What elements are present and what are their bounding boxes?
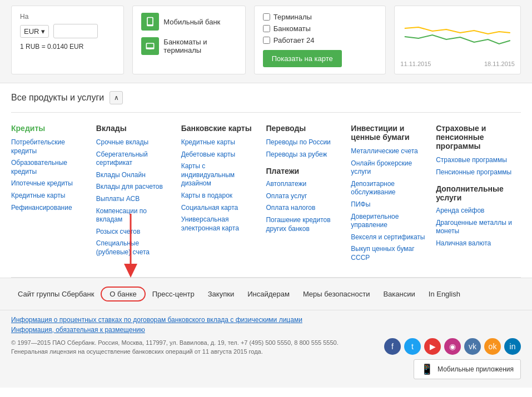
link-compensation[interactable]: Компенсации по вкладам [96, 207, 173, 224]
link-precious-metals[interactable]: Драгоценные металлы и монеты [436, 219, 513, 236]
link-pay-taxes[interactable]: Оплата налогов [266, 204, 342, 213]
footer-nav-insiders[interactable]: Инсайдерам [241, 290, 296, 298]
footer-link-mandatory[interactable]: Информация, обязательная к размещению [11, 326, 521, 334]
col-cards-title: Банковские карты [181, 124, 258, 133]
h24-label: Работает 24 [274, 36, 315, 44]
chart-date-end: 18.11.2015 [484, 61, 515, 67]
collapse-button[interactable]: ∧ [110, 91, 123, 104]
link-broker[interactable]: Онлайн брокерские услуги [351, 159, 427, 177]
link-term-deposits[interactable]: Срочные вклады [96, 138, 173, 147]
link-safes[interactable]: Аренда сейфов [436, 207, 513, 215]
link-savings-cert[interactable]: Сберегательный сертификат [96, 150, 173, 168]
chevron-down-icon: ▾ [41, 27, 45, 36]
link-ussr-securities[interactable]: Выкуп ценных бумаг СССР [351, 245, 427, 262]
link-credit-cards[interactable]: Кредитные карты [181, 138, 258, 147]
svg-rect-1 [148, 18, 152, 24]
link-transfers-abroad[interactable]: Переводы за рубеж [266, 150, 342, 159]
link-pif[interactable]: ПИФы [351, 200, 427, 209]
col-credits-title: Кредиты [11, 124, 88, 133]
col-insurance: Страховые и пенсионные программы Страхов… [436, 124, 521, 266]
link-account-search[interactable]: Розыск счетов [96, 228, 173, 237]
col-deposits-title: Вклады [96, 124, 173, 133]
link-asv-payments[interactable]: Выплаты АСВ [96, 195, 173, 204]
footer-nav-sberbank-group[interactable]: Сайт группы Сбербанк [11, 290, 101, 298]
link-mortgage[interactable]: Ипотечные кредиты [11, 179, 88, 188]
footer-nav-vacancies[interactable]: Вакансии [376, 290, 421, 298]
chart-card: 11.11.2015 18.11.2015 [394, 6, 521, 74]
col-transfers-title: Переводы [266, 124, 342, 133]
link-credit-cards-credits[interactable]: Кредитные карты [11, 192, 88, 200]
link-pay-services[interactable]: Оплата услуг [266, 192, 342, 201]
mobile-bank-item[interactable]: Мобильный банк [141, 13, 236, 31]
link-social-card[interactable]: Социальная карта [181, 204, 258, 213]
linkedin-icon[interactable]: in [504, 338, 521, 355]
link-special-accounts[interactable]: Специальные (рублевые) счета [96, 239, 173, 257]
social-icons-row: f t ▶ ◉ vk ok in [384, 338, 521, 355]
checkbox-atms[interactable]: Банкоматы [263, 24, 377, 33]
atm-icon [141, 37, 159, 55]
link-custom-cards[interactable]: Карты с индивидуальным дизайном [181, 162, 258, 188]
atms-label: Банкоматы [274, 24, 311, 33]
footer-nav-purchases[interactable]: Закупки [201, 290, 241, 298]
link-cash-currency[interactable]: Наличная валюта [436, 239, 513, 248]
link-trust-management[interactable]: Доверительное управление [351, 213, 427, 230]
twitter-icon[interactable]: t [404, 338, 421, 355]
products-title: Все продукты и услуги [11, 93, 104, 103]
mobile-bank-label: Мобильный банк [163, 18, 220, 26]
link-consumer-credits[interactable]: Потребительские кредиты [11, 138, 88, 155]
link-uek[interactable]: Универсальная электронная карта [181, 215, 258, 233]
mobile-apps-label: Мобильные приложения [437, 365, 514, 373]
link-bills[interactable]: Векселя и сертификаты [351, 233, 427, 242]
footer-nav-about-bank[interactable]: О банке [101, 287, 145, 301]
col-investments-title: Инвестиции и ценные бумаги [351, 124, 427, 142]
checkbox-terminals[interactable]: Терминалы [263, 13, 377, 21]
atms-checkbox[interactable] [263, 25, 270, 32]
map-checkboxes: Терминалы Банкоматы Работает 24 [263, 13, 377, 44]
social-mobile-section: f t ▶ ◉ vk ok in 📱 Мобильные приложения [384, 338, 521, 379]
h24-checkbox[interactable] [263, 37, 270, 44]
svg-rect-4 [147, 44, 154, 48]
show-on-map-button[interactable]: Показать на карте [263, 50, 342, 67]
currency-from-label: На [20, 13, 115, 21]
link-metal-accounts[interactable]: Металлические счета [351, 147, 427, 156]
chart-date-start: 11.11.2015 [400, 61, 431, 67]
exchange-chart [400, 12, 515, 56]
atm-item[interactable]: Банкоматы и терминалы [141, 37, 236, 55]
link-pension[interactable]: Пенсионные программы [436, 168, 513, 177]
checkbox-24h[interactable]: Работает 24 [263, 36, 377, 44]
odnoklassniki-icon[interactable]: ok [484, 338, 501, 355]
link-deposits-current[interactable]: Вклады для расчетов [96, 183, 173, 192]
col-investments: Инвестиции и ценные бумаги Металлические… [351, 124, 436, 266]
link-gift-cards[interactable]: Карты в подарок [181, 192, 258, 200]
link-insurance[interactable]: Страховые программы [436, 156, 513, 165]
bottom-footer: Информация о процентных ставках по догов… [0, 310, 532, 388]
chart-dates: 11.11.2015 18.11.2015 [400, 61, 515, 67]
footer-nav-english[interactable]: In English [422, 290, 467, 298]
vk-icon[interactable]: vk [464, 338, 481, 355]
mobile-apps-button[interactable]: 📱 Мобильные приложения [414, 359, 521, 379]
link-transfers-russia[interactable]: Переводы по России [266, 138, 342, 147]
footer-link-rates[interactable]: Информация о процентных ставках по догов… [11, 316, 521, 324]
col-transfers: Переводы Переводы по России Переводы за … [266, 124, 351, 266]
footer-nav-wrapper: Сайт группы Сбербанк О банке Пресс-центр… [0, 278, 532, 310]
currency-select[interactable]: EUR ▾ [20, 25, 49, 38]
facebook-icon[interactable]: f [384, 338, 401, 355]
svg-rect-5 [149, 48, 152, 49]
copyright-text: © 1997—2015 ПАО Сбербанк. Россия, Москва… [11, 338, 345, 356]
footer-nav-press[interactable]: Пресс-центр [146, 290, 201, 298]
instagram-icon[interactable]: ◉ [444, 338, 461, 355]
currency-input[interactable] [53, 24, 98, 38]
products-section: Все продукты и услуги ∧ Кредиты Потребит… [0, 83, 532, 278]
link-autopayments[interactable]: Автоплатежи [266, 180, 342, 189]
currency-value: EUR [24, 27, 39, 36]
bank-services-card: Мобильный банк Банкоматы и терминалы [132, 6, 245, 74]
link-repay-other-banks[interactable]: Погашение кредитов других банков [266, 216, 342, 233]
youtube-icon[interactable]: ▶ [424, 338, 441, 355]
link-debit-cards[interactable]: Дебетовые карты [181, 150, 258, 159]
footer-nav-security[interactable]: Меры безопасности [296, 290, 377, 298]
link-deposits-online[interactable]: Вклады Онлайн [96, 171, 173, 180]
terminals-checkbox[interactable] [263, 13, 270, 21]
link-refinancing[interactable]: Рефинансирование [11, 204, 88, 213]
link-depository[interactable]: Депозитарное обслуживание [351, 180, 427, 197]
link-edu-credits[interactable]: Образовательные кредиты [11, 159, 88, 176]
